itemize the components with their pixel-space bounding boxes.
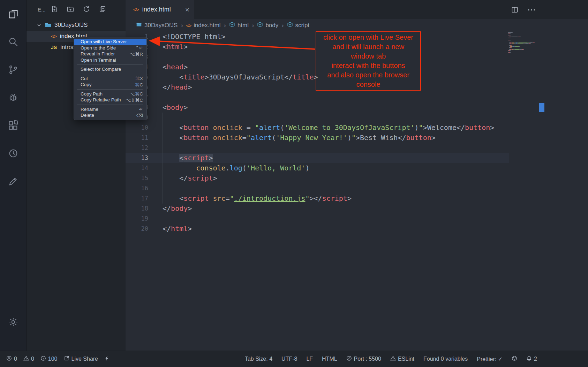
menu-item-keybinding: ⌘C [135, 82, 143, 87]
menu-item-label: Rename [81, 107, 98, 112]
menu-item-open-to-the-side[interactable]: Open to the Side⌃↵ [74, 45, 146, 51]
feedback-icon[interactable] [5, 173, 22, 190]
status-item-eslint[interactable]: ESLint [390, 355, 414, 362]
split-editor-icon[interactable] [511, 6, 518, 13]
menu-item-label: Copy Path [81, 91, 103, 97]
menu-separator [77, 89, 143, 90]
menu-item-copy-relative-path[interactable]: Copy Relative Path⌥⇧⌘C [74, 97, 146, 103]
status-item-zap[interactable] [104, 355, 110, 362]
status-item-2[interactable]: 2 [526, 355, 537, 362]
code-line-10[interactable]: 10 <button onclick = "alert('Welcome to … [126, 123, 588, 133]
menu-item-label: Open in Terminal [81, 58, 116, 63]
refresh-icon[interactable] [83, 5, 90, 14]
extensions-icon[interactable] [5, 117, 22, 134]
explorer-icon[interactable] [5, 6, 22, 22]
more-actions-icon[interactable]: ⋯ [527, 5, 536, 15]
explorer-header-actions [51, 5, 106, 14]
error-icon [6, 355, 12, 362]
status-item-utf-8[interactable]: UTF-8 [281, 356, 297, 362]
line-content: <head> [148, 62, 188, 72]
breadcrumb-index-html[interactable]: </>index.html [186, 22, 221, 29]
search-icon[interactable] [5, 33, 22, 50]
annotation-text-line: console [316, 80, 420, 89]
tab-close-icon[interactable]: × [185, 6, 189, 13]
breadcrumb-label: index.html [194, 22, 220, 29]
activity-bar [0, 0, 27, 351]
breadcrumb-html[interactable]: html [229, 22, 249, 29]
symbol-icon [287, 22, 293, 29]
line-content [148, 92, 163, 102]
history-icon[interactable] [5, 145, 22, 162]
code-line-12[interactable]: 12 [126, 143, 588, 153]
menu-item-label: Open to the Side [81, 45, 116, 51]
code-line-8[interactable]: 8<body> [126, 102, 588, 113]
menu-item-keybinding: ⌥⇧⌘C [126, 97, 143, 103]
line-content [148, 113, 163, 123]
indent-guide [163, 113, 163, 204]
minimap[interactable] [508, 32, 537, 53]
line-content: <!DOCTYPE html> [148, 32, 226, 42]
status-item-lf[interactable]: LF [306, 356, 313, 362]
menu-item-keybinding: ⌥⌘R [129, 51, 143, 57]
breadcrumb-body[interactable]: body [257, 22, 278, 29]
new-file-icon[interactable] [51, 5, 58, 14]
code-line-7[interactable]: 7 [126, 92, 588, 102]
status-item-live-share[interactable]: Live Share [64, 355, 98, 362]
menu-item-copy-path[interactable]: Copy Path⌥⌘C [74, 91, 146, 97]
code-line-15[interactable]: 15 </script> [126, 173, 588, 183]
code-line-17[interactable]: 17 <script src="./introduction.js"></scr… [126, 193, 588, 204]
code-line-14[interactable]: 14 console.log('Hello, World') [126, 163, 588, 173]
annotation-text-line: window tab [316, 52, 420, 61]
breadcrumb-script[interactable]: script [287, 22, 310, 29]
menu-item-copy[interactable]: Copy⌘C [74, 82, 146, 88]
status-item-label: 0 [14, 356, 17, 362]
status-item-tab-size-4[interactable]: Tab Size: 4 [245, 356, 272, 362]
line-number: 15 [126, 173, 148, 183]
status-item-found-0-variables[interactable]: Found 0 variables [423, 356, 468, 362]
warning-icon [390, 355, 396, 362]
chevron-down-icon [36, 22, 42, 28]
folder-icon [45, 22, 52, 29]
settings-icon[interactable] [5, 314, 22, 330]
menu-item-rename[interactable]: Rename↵ [74, 106, 146, 113]
breadcrumb-30daysofjs[interactable]: 30DaysOfJS [136, 22, 178, 29]
menu-item-open-with-live-server[interactable]: Open with Live Server [74, 39, 146, 45]
debug-icon[interactable] [5, 89, 22, 106]
annotation-box: click on open with Live Severand it will… [316, 31, 421, 91]
tab-index-html[interactable]: </> index.html × [126, 0, 194, 19]
code-line-9[interactable]: 9 [126, 113, 588, 123]
port-icon [346, 355, 352, 362]
annotation-text-line: interact with the buttons [316, 61, 420, 70]
menu-item-cut[interactable]: Cut⌘X [74, 76, 146, 82]
status-item-0[interactable]: 0 [6, 355, 17, 362]
menu-separator [77, 74, 143, 74]
status-item-port-5500[interactable]: Port : 5500 [346, 355, 381, 362]
status-item-0[interactable]: 0 [23, 355, 34, 362]
status-bar-right: Tab Size: 4UTF-8LFHTMLPort : 5500ESLintF… [245, 355, 537, 362]
line-content [148, 214, 163, 224]
status-item-label: ESLint [398, 356, 414, 362]
status-item-100[interactable]: 100 [40, 355, 58, 362]
status-item-prettier[interactable]: Prettier: ✓ [477, 356, 503, 362]
status-item-label: 100 [48, 356, 58, 362]
status-item-smiley[interactable] [512, 355, 517, 362]
menu-item-reveal-in-finder[interactable]: Reveal in Finder⌥⌘R [74, 51, 146, 57]
line-number: 20 [126, 224, 148, 234]
collapse-all-icon[interactable] [99, 5, 106, 14]
line-number: 18 [126, 204, 148, 214]
code-line-11[interactable]: 11 <button onclick="alert('Happy New Yea… [126, 133, 588, 143]
folder-row-30daysofjs[interactable]: 30DaysOfJS [27, 19, 126, 31]
new-folder-icon[interactable] [67, 5, 74, 14]
menu-item-open-in-terminal[interactable]: Open in Terminal [74, 57, 146, 63]
status-item-html[interactable]: HTML [322, 356, 337, 362]
code-line-18[interactable]: 18</body> [126, 204, 588, 214]
menu-item-select-for-compare[interactable]: Select for Compare [74, 66, 146, 72]
code-line-16[interactable]: 16 [126, 183, 588, 193]
source-control-icon[interactable] [5, 61, 22, 78]
code-line-19[interactable]: 19 [126, 214, 588, 224]
code-line-20[interactable]: 20</html> [126, 224, 588, 234]
status-item-label: LF [306, 356, 313, 362]
breadcrumb-separator: › [181, 22, 183, 29]
menu-item-delete[interactable]: Delete⌫ [74, 112, 146, 118]
code-line-13[interactable]: 13 <script> [126, 153, 588, 163]
